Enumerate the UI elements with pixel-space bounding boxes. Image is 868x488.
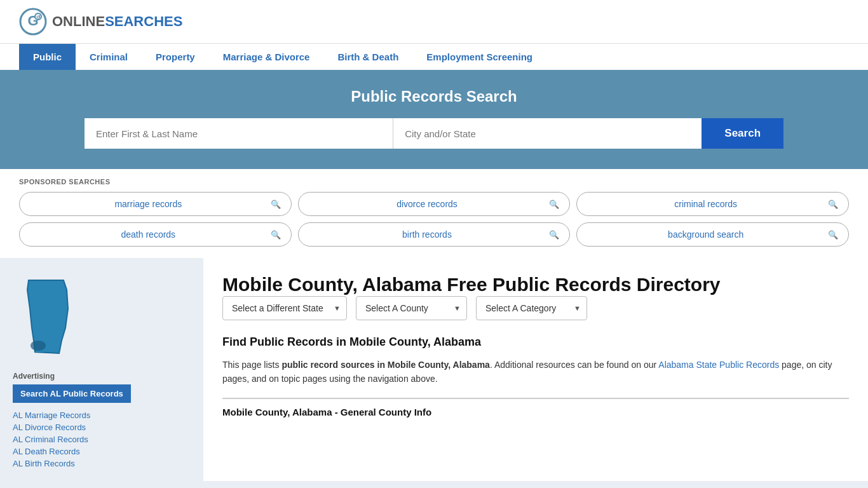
search-icon: 🔍 — [549, 200, 559, 209]
nav-item-marriage-divorce[interactable]: Marriage & Divorce — [209, 44, 324, 70]
nav-item-birth-death[interactable]: Birth & Death — [323, 44, 412, 70]
location-input[interactable] — [393, 118, 702, 149]
sponsored-tag-criminal[interactable]: criminal records 🔍 — [576, 192, 849, 216]
svg-text:↺: ↺ — [36, 15, 41, 20]
directory-body: Select a Different State Select A County… — [203, 296, 868, 430]
sidebar-links: AL Marriage Records AL Divorce Records A… — [13, 410, 191, 468]
sidebar-link-divorce[interactable]: AL Divorce Records — [13, 423, 191, 432]
sidebar-inner: Advertising Search AL Public Records AL … — [0, 258, 203, 481]
search-icon: 🔍 — [828, 230, 838, 240]
main-nav: Public Criminal Property Marriage & Divo… — [0, 43, 868, 70]
search-icon: 🔍 — [271, 230, 281, 240]
alabama-map-icon — [13, 277, 83, 360]
search-bar: Search — [85, 118, 783, 149]
category-selector-wrapper: Select A Category — [476, 296, 587, 320]
sponsored-tag-marriage[interactable]: marriage records 🔍 — [19, 192, 292, 216]
state-selector-wrapper: Select a Different State — [222, 296, 347, 320]
county-selector-wrapper: Select A County — [356, 296, 467, 320]
description: This page lists public record sources in… — [222, 358, 849, 386]
main-content: Mobile County, Alabama Free Public Recor… — [203, 258, 868, 481]
hero-section: Public Records Search Search — [0, 70, 868, 169]
search-button[interactable]: Search — [702, 118, 783, 149]
county-info-header: Mobile County, Alabama - General County … — [222, 398, 849, 417]
header: G ↺ ONLINESEARCHES — [0, 0, 868, 43]
logo-text: ONLINESEARCHES — [52, 13, 182, 30]
sidebar-link-criminal[interactable]: AL Criminal Records — [13, 435, 191, 444]
sponsored-label: SPONSORED SEARCHES — [19, 178, 849, 186]
sponsored-tag-divorce[interactable]: divorce records 🔍 — [298, 192, 571, 216]
search-icon: 🔍 — [549, 230, 559, 240]
advertising-section: Advertising Search AL Public Records AL … — [13, 372, 191, 468]
sidebar-link-marriage[interactable]: AL Marriage Records — [13, 410, 191, 420]
state-selector[interactable]: Select a Different State — [222, 296, 347, 320]
sidebar-link-death[interactable]: AL Death Records — [13, 447, 191, 456]
category-selector[interactable]: Select A Category — [476, 296, 587, 320]
advertising-label: Advertising — [13, 372, 191, 381]
county-selector[interactable]: Select A County — [356, 296, 467, 320]
sponsored-tag-birth[interactable]: birth records 🔍 — [298, 222, 571, 247]
state-records-link[interactable]: Alabama State Public Records — [658, 360, 779, 370]
name-input[interactable] — [85, 118, 393, 149]
sidebar-link-birth[interactable]: AL Birth Records — [13, 459, 191, 468]
sponsored-grid: marriage records 🔍 divorce records 🔍 cri… — [19, 192, 849, 247]
svg-point-5 — [31, 341, 46, 351]
nav-item-criminal[interactable]: Criminal — [76, 44, 142, 70]
logo-icon: G ↺ — [19, 8, 47, 36]
content-area: Advertising Search AL Public Records AL … — [0, 258, 868, 481]
nav-item-employment[interactable]: Employment Screening — [412, 44, 546, 70]
hero-title: Public Records Search — [19, 88, 849, 105]
sidebar: Advertising Search AL Public Records AL … — [0, 258, 203, 481]
nav-item-property[interactable]: Property — [142, 44, 209, 70]
state-map-container — [13, 271, 191, 362]
sponsored-section: SPONSORED SEARCHES marriage records 🔍 di… — [0, 169, 868, 258]
selectors: Select a Different State Select A County… — [222, 296, 849, 320]
directory-title: Mobile County, Alabama Free Public Recor… — [222, 271, 721, 296]
search-icon: 🔍 — [271, 200, 281, 209]
sponsored-tag-death[interactable]: death records 🔍 — [19, 222, 292, 247]
logo[interactable]: G ↺ ONLINESEARCHES — [19, 8, 182, 36]
nav-item-public[interactable]: Public — [19, 44, 76, 70]
directory-header: Mobile County, Alabama Free Public Recor… — [203, 258, 868, 296]
sponsored-tag-background[interactable]: background search 🔍 — [576, 222, 849, 247]
find-title: Find Public Records in Mobile County, Al… — [222, 336, 849, 349]
search-al-button[interactable]: Search AL Public Records — [13, 384, 131, 403]
search-icon: 🔍 — [828, 200, 838, 209]
